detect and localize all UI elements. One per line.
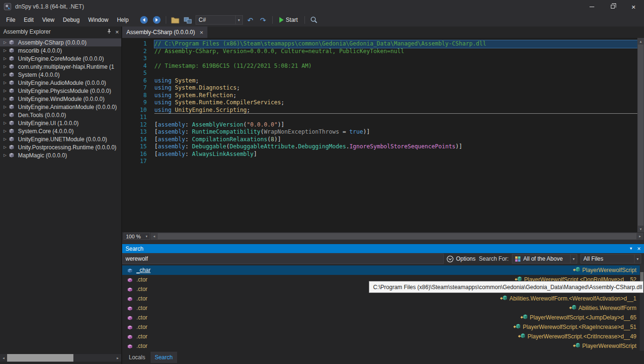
scroll-right-icon[interactable]: ▸ [636, 233, 644, 240]
tree-item-4[interactable]: ▷System (4.0.0.0) [0, 71, 121, 79]
close-panel-icon[interactable]: × [115, 29, 119, 35]
scroll-down-icon[interactable]: ▾ [637, 226, 644, 232]
scrollbar-thumb[interactable] [7, 354, 73, 362]
scrollbar-thumb[interactable] [638, 45, 644, 226]
tab-close-icon[interactable]: × [200, 29, 204, 36]
search-result-row-8[interactable]: .ctorPlayerWerewolfScript [122, 341, 644, 351]
method-icon [126, 333, 134, 340]
code-text [154, 70, 637, 77]
expander-icon[interactable]: ▷ [2, 56, 8, 61]
tree-item-5[interactable]: ▷UnityEngine.AudioModule (0.0.0.0) [0, 79, 121, 87]
editor-vertical-scrollbar[interactable]: ▴ ▾ [637, 38, 644, 232]
search-result-row-0[interactable]: _charPlayerWerewolfScript [122, 265, 644, 275]
code-text: using System.Runtime.CompilerServices; [154, 99, 637, 107]
menu-window[interactable]: Window [84, 15, 113, 25]
tree-item-7[interactable]: ▷UnityEngine.WindModule (0.0.0.0) [0, 95, 121, 103]
scroll-up-icon[interactable]: ▴ [637, 38, 644, 45]
redo-button[interactable]: ↷ [258, 15, 268, 25]
bottom-tab-search[interactable]: Search [151, 352, 177, 363]
tree-item-9[interactable]: ▷Den.Tools (0.0.0.0) [0, 111, 121, 119]
scroll-left-icon[interactable]: ◂ [151, 233, 158, 240]
menu-view[interactable]: View [38, 15, 59, 25]
expander-icon[interactable]: ▷ [2, 145, 8, 149]
expander-icon[interactable]: ▷ [2, 89, 8, 93]
assembly-name: System (4.0.0.0) [18, 72, 60, 78]
menu-file[interactable]: File [2, 15, 19, 25]
options-button[interactable]: Options [447, 255, 475, 263]
search-result-row-3[interactable]: .ctorAbilities.WerewolfForm.<WerewolfAct… [122, 294, 644, 303]
tree-item-0[interactable]: ▷Assembly-CSharp (0.0.0.0) [0, 38, 121, 46]
file-filter-select[interactable]: All Files ▾ [581, 254, 641, 264]
main-area: Assembly Explorer × ▷Assembly-CSharp (0.… [0, 27, 644, 364]
code-editor[interactable]: 1// C:\Program Files (x86)\Steam\steamap… [122, 38, 644, 232]
tree-item-1[interactable]: ▷mscorlib (4.0.0.0) [0, 46, 121, 55]
expander-icon[interactable]: ▷ [2, 105, 8, 109]
restore-button[interactable] [602, 0, 623, 13]
expander-icon[interactable]: ▷ [2, 121, 8, 125]
search-for-select[interactable]: All of the Above ▾ [512, 254, 577, 264]
search-for-value: All of the Above [523, 255, 563, 262]
zoom-select[interactable]: 100 % ▾ [124, 233, 150, 240]
tree-item-11[interactable]: ▷System.Core (4.0.0.0) [0, 127, 121, 135]
expander-icon[interactable]: ▷ [2, 113, 8, 117]
tree-item-10[interactable]: ▷UnityEngine.UI (1.0.0.0) [0, 119, 121, 127]
result-location: Abilities.WerewolfForm.<WerewolfActivati… [500, 295, 636, 302]
expander-icon[interactable]: ▷ [2, 153, 8, 157]
undo-button[interactable]: ↶ [245, 15, 256, 25]
tree-item-12[interactable]: ▷UnityEngine.UNETModule (0.0.0.0) [0, 135, 121, 143]
menu-help[interactable]: Help [113, 15, 133, 25]
expander-icon[interactable]: ▷ [2, 81, 8, 85]
results-vertical-scrollbar[interactable] [640, 264, 644, 351]
scroll-right-icon[interactable]: ▸ [114, 354, 121, 362]
code-text: // Assembly-CSharp, Version=0.0.0.0, Cul… [154, 48, 637, 55]
language-select[interactable]: C# ▾ [196, 15, 243, 25]
tree-item-13[interactable]: ▷Unity.Postprocessing.Runtime (0.0.0.0) [0, 143, 121, 151]
tree-item-2[interactable]: ▷UnityEngine.CoreModule (0.0.0.0) [0, 55, 121, 63]
expander-icon[interactable]: ▷ [2, 48, 8, 53]
search-result-row-7[interactable]: .ctorPlayerWerewolfScript.<CritIncrease>… [122, 332, 644, 341]
tree-horizontal-scrollbar[interactable]: ◂ ▸ [0, 354, 121, 362]
tree-item-8[interactable]: ▷UnityEngine.AnimationModule (0.0.0.0) [0, 103, 121, 111]
search-result-row-5[interactable]: .ctorPlayerWerewolfScript.<JumpDelay>d__… [122, 313, 644, 322]
chevron-down-icon: ▾ [634, 255, 641, 263]
expander-icon[interactable]: ▷ [2, 64, 8, 69]
assembly-icon [8, 39, 16, 46]
search-result-row-6[interactable]: .ctorPlayerWerewolfScript.<RageIncrease>… [122, 322, 644, 332]
menu-edit[interactable]: Edit [19, 15, 38, 25]
navigate-forward-button[interactable] [152, 15, 162, 25]
expander-icon[interactable]: ▷ [2, 129, 8, 133]
menu-debug[interactable]: Debug [59, 15, 84, 25]
toolbar: C# ▾ ↶ ↷ Start [139, 15, 319, 25]
result-member-name: .ctor [136, 333, 147, 340]
expander-icon[interactable]: ▷ [2, 97, 8, 101]
scrollbar-thumb[interactable] [158, 233, 636, 239]
open-file-button[interactable] [170, 15, 180, 25]
assembly-icon [8, 119, 16, 127]
search-panel-header[interactable]: Search ▼ × [122, 244, 644, 253]
assembly-explorer-title: Assembly Explorer [3, 28, 51, 35]
open-list-button[interactable] [183, 15, 193, 25]
search-assemblies-button[interactable] [309, 15, 319, 25]
assembly-name: UnityEngine.AnimationModule (0.0.0.0) [18, 104, 117, 110]
minimize-button[interactable] [581, 0, 602, 13]
tab-assembly-csharp[interactable]: Assembly-CSharp (0.0.0.0) × [122, 27, 207, 38]
start-debug-button[interactable]: Start [277, 16, 301, 24]
expander-icon[interactable]: ▷ [2, 40, 8, 45]
chevron-down-icon[interactable]: ▼ [629, 246, 633, 251]
tree-item-14[interactable]: ▷MapMagic (0.0.0.0) [0, 151, 121, 159]
result-member-name: .ctor [136, 314, 147, 321]
expander-icon[interactable]: ▷ [2, 137, 8, 141]
close-search-panel-icon[interactable]: × [637, 246, 641, 252]
pin-icon[interactable] [107, 28, 112, 36]
tree-item-3[interactable]: ▷com.unity.multiplayer-hlapi.Runtime (1 [0, 63, 121, 71]
expander-icon[interactable]: ▷ [2, 73, 8, 77]
tree-item-6[interactable]: ▷UnityEngine.PhysicsModule (0.0.0.0) [0, 87, 121, 95]
bottom-tab-locals[interactable]: Locals [125, 352, 150, 363]
scroll-left-icon[interactable]: ◂ [0, 354, 7, 362]
close-button[interactable]: × [623, 0, 644, 13]
editor-horizontal-scrollbar[interactable]: ◂ ▸ [151, 233, 644, 240]
search-result-row-4[interactable]: .ctorAbilities.WerewolfForm [122, 303, 644, 313]
search-input[interactable] [122, 254, 444, 264]
navigate-back-button[interactable] [139, 15, 149, 25]
search-icon [310, 16, 318, 24]
